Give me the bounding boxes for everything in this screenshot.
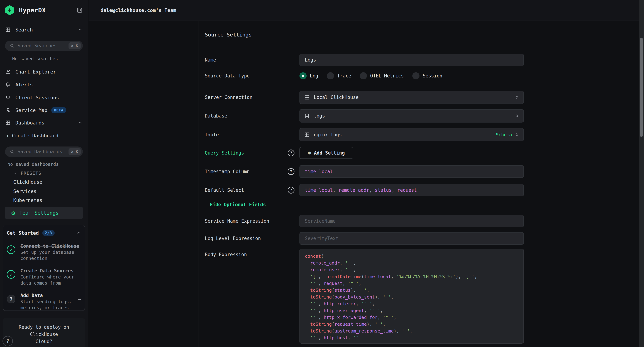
preset-item-clickhouse[interactable]: ClickHouse (5, 179, 83, 185)
get-started-progress-badge: 2/3 (42, 230, 54, 236)
database-select[interactable]: logs (300, 109, 524, 122)
dashboards-icon (5, 120, 11, 126)
selector-chevrons-icon (514, 132, 519, 137)
alerts-label: Alerts (16, 82, 33, 88)
saved-dashboards-placeholder: Saved Dashboards (18, 149, 68, 154)
table-row: Table nginx_logs Schema (205, 128, 524, 141)
radio-circle-icon (327, 72, 334, 80)
preset-item-kubernetes[interactable]: Kubernetes (5, 197, 83, 203)
step-title: Add Data (20, 292, 78, 299)
sidebar: HyperDX Search Saved Searches ⌘ K No sav… (0, 0, 88, 347)
chevron-up-icon[interactable] (78, 27, 83, 32)
chevron-down-icon (13, 171, 18, 176)
check-circle-icon: ✓ (7, 246, 16, 254)
no-saved-dashboards-text: No saved dashboards (5, 162, 83, 167)
radio-otel-metrics[interactable]: OTEL Metrics (360, 72, 404, 80)
query-settings-label: Query Settings (205, 150, 244, 156)
service-name-placeholder: ServiceName (305, 218, 336, 224)
log-level-placeholder: SeverityText (305, 236, 338, 241)
log-level-label: Log Level Expression (205, 236, 261, 241)
database-row: Database logs (205, 109, 524, 122)
server-connection-select[interactable]: Local ClickHouse (300, 91, 524, 104)
selector-chevrons-icon (514, 114, 519, 118)
create-dashboard-button[interactable]: + Create Dashboard (5, 132, 83, 139)
help-icon[interactable]: ? (288, 187, 294, 194)
radio-session[interactable]: Session (412, 72, 442, 80)
saved-dashboards-input[interactable]: Saved Dashboards ⌘ K (5, 146, 83, 157)
service-name-row: Service Name Expression ServiceName (205, 215, 524, 227)
radio-session-label: Session (423, 73, 442, 78)
service-map-label: Service Map (16, 108, 48, 113)
help-icon[interactable]: ? (288, 168, 294, 175)
timestamp-column-label: Timestamp Column (205, 169, 250, 174)
table-icon (304, 132, 310, 138)
check-circle-icon: ✓ (7, 270, 16, 279)
step-number-badge: 3 (7, 295, 16, 303)
body-expression-label: Body Expression (205, 252, 247, 257)
sidebar-item-client-sessions[interactable]: Client Sessions (5, 94, 83, 101)
scrollbar-track[interactable] (639, 0, 644, 347)
get-started-step-2[interactable]: ✓ Create Data Sources Configure where yo… (7, 268, 81, 286)
sidebar-item-dashboards[interactable]: Dashboards (5, 119, 83, 126)
sidebar-collapse-icon[interactable] (76, 7, 83, 14)
name-label: Name (205, 57, 216, 62)
saved-searches-input[interactable]: Saved Searches ⌘ K (5, 40, 83, 51)
brand-name: HyperDX (19, 6, 46, 14)
name-row: Name Logs (205, 54, 524, 66)
timestamp-column-input[interactable]: time_local (300, 165, 524, 178)
chevron-up-icon[interactable] (78, 120, 83, 125)
hyperdx-logo-icon (5, 5, 14, 15)
bell-icon (5, 82, 11, 88)
add-setting-button[interactable]: ⊕ Add Setting (300, 147, 353, 159)
hide-optional-row: Hide Optional Fields (205, 202, 524, 207)
main-content: Source Settings Name Logs Source Data Ty… (88, 21, 639, 347)
chart-explorer-label: Chart Explorer (16, 69, 56, 74)
sidebar-item-alerts[interactable]: Alerts (5, 81, 83, 88)
schema-link[interactable]: Schema (496, 132, 512, 137)
timestamp-column-value: time_local (305, 169, 333, 174)
default-select-row: Default Select ? time_local, remote_addr… (205, 184, 524, 196)
source-data-type-row: Source Data Type Log Trace OTEL Metrics (205, 72, 524, 80)
log-level-input[interactable]: SeverityText (300, 232, 524, 245)
body-expression-row: Body Expression concat( remote_addr, ' '… (205, 248, 524, 344)
sidebar-item-service-map[interactable]: Service Map BETA (5, 106, 83, 114)
name-input[interactable]: Logs (300, 54, 524, 66)
body-expression-editor[interactable]: concat( remote_addr, ' ', remote_user, '… (300, 248, 524, 344)
log-level-row: Log Level Expression SeverityText (205, 232, 524, 245)
server-connection-row: Server Connection Local ClickHouse (205, 91, 524, 104)
preset-item-services[interactable]: Services (5, 188, 83, 194)
sidebar-item-team-settings[interactable]: ⚙ Team Settings (5, 206, 83, 219)
help-icon[interactable]: ? (288, 150, 294, 156)
database-value: logs (314, 113, 514, 118)
brand-row: HyperDX (5, 5, 83, 15)
step-title: Create Data Sources (20, 268, 81, 274)
presets-toggle[interactable]: PRESETS (5, 170, 83, 176)
help-button[interactable]: ? (2, 336, 13, 346)
default-select-input[interactable]: time_local, remote_addr, status, request (300, 184, 524, 196)
hide-optional-fields-link[interactable]: Hide Optional Fields (205, 202, 524, 207)
timestamp-column-row: Timestamp Column ? time_local (205, 165, 524, 178)
chevron-up-icon[interactable] (76, 230, 81, 235)
sidebar-item-search[interactable]: Search (5, 26, 83, 34)
get-started-step-3[interactable]: 3 Add Data Start sending logs, metrics, … (7, 292, 81, 311)
service-map-icon (5, 107, 11, 113)
gear-icon: ⚙ (12, 210, 15, 216)
radio-log[interactable]: Log (300, 72, 318, 80)
client-sessions-label: Client Sessions (16, 95, 59, 100)
table-select[interactable]: nginx_logs Schema (300, 128, 524, 141)
no-saved-searches-text: No saved searches (5, 56, 83, 62)
search-section-label: Search (16, 27, 33, 32)
default-select-label: Default Select (205, 188, 244, 193)
radio-circle-icon (412, 72, 420, 80)
radio-trace-label: Trace (337, 73, 351, 78)
get-started-title: Get Started (7, 230, 39, 236)
arrow-right-icon: → (78, 296, 81, 311)
sidebar-item-chart-explorer[interactable]: Chart Explorer (5, 68, 83, 75)
step-title: Connect to ClickHouse (20, 243, 81, 249)
chart-explorer-icon (5, 69, 11, 74)
get-started-step-1[interactable]: ✓ Connect to ClickHouse Set up your data… (7, 243, 81, 262)
scrollbar-thumb[interactable] (640, 38, 643, 137)
radio-trace[interactable]: Trace (327, 72, 351, 80)
service-name-input[interactable]: ServiceName (300, 215, 524, 227)
radio-circle-icon (360, 72, 367, 80)
